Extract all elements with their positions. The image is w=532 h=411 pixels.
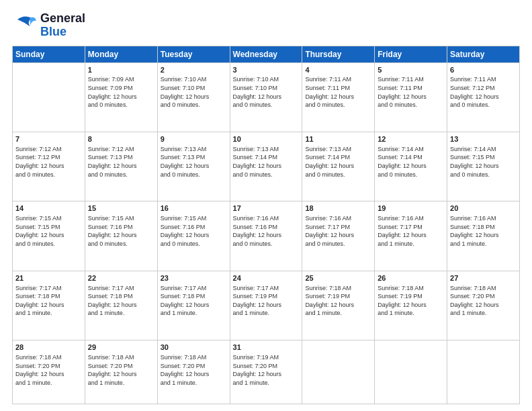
day-number: 24 [233,273,300,283]
day-info-text: Sunset: 7:20 PM [450,292,517,301]
day-cell: 20Sunrise: 7:16 AMSunset: 7:18 PMDayligh… [447,201,520,271]
day-cell: 7Sunrise: 7:12 AMSunset: 7:12 PMDaylight… [13,132,85,201]
day-info-text: Sunset: 7:10 PM [161,84,227,93]
day-info-text: Daylight: 12 hours [15,370,82,379]
day-info-text: and 0 minutes. [378,171,444,179]
logo: General Blue [12,12,85,39]
day-info-text: and 1 minute. [305,309,371,318]
day-cell: 18Sunrise: 7:16 AMSunset: 7:17 PMDayligh… [302,201,375,271]
day-info-text: Sunrise: 7:18 AM [305,284,371,293]
day-info-text: and 0 minutes. [305,171,371,179]
day-info-text: Sunset: 7:11 PM [305,84,371,93]
day-number: 8 [88,134,154,144]
day-info-text: Sunrise: 7:14 AM [378,145,444,154]
week-row-3: 21Sunrise: 7:17 AMSunset: 7:18 PMDayligh… [13,271,520,340]
day-cell: 5Sunrise: 7:11 AMSunset: 7:11 PMDaylight… [375,62,447,132]
day-cell: 29Sunrise: 7:18 AMSunset: 7:20 PMDayligh… [85,340,157,404]
day-info-text: and 1 minute. [378,309,444,318]
day-number: 17 [233,203,300,214]
day-info-text: Sunrise: 7:17 AM [88,284,154,293]
day-info-text: Daylight: 12 hours [15,231,82,240]
day-info-text: Daylight: 12 hours [88,301,154,310]
day-cell: 17Sunrise: 7:16 AMSunset: 7:16 PMDayligh… [230,201,302,271]
day-info-text: Sunrise: 7:15 AM [88,214,154,223]
day-info-text: and 1 minute. [161,309,227,318]
day-info-text: and 0 minutes. [161,171,227,179]
day-cell [13,62,85,132]
day-cell: 3Sunrise: 7:10 AMSunset: 7:10 PMDaylight… [230,62,302,132]
day-cell: 25Sunrise: 7:18 AMSunset: 7:19 PMDayligh… [302,271,375,340]
day-info-text: Sunrise: 7:12 AM [15,145,82,154]
day-cell [447,340,520,404]
day-info-text: Sunrise: 7:11 AM [378,75,444,84]
day-number: 25 [305,273,371,283]
day-info-text: Sunset: 7:16 PM [161,223,227,232]
col-header-friday: Friday [375,46,447,62]
day-info-text: Sunrise: 7:10 AM [161,75,227,84]
day-number: 21 [15,273,82,283]
day-number: 18 [305,203,371,214]
day-info-text: Sunset: 7:17 PM [378,223,444,232]
day-info-text: Sunset: 7:12 PM [15,153,82,162]
day-cell: 12Sunrise: 7:14 AMSunset: 7:14 PMDayligh… [375,132,447,201]
calendar: SundayMondayTuesdayWednesdayThursdayFrid… [12,46,520,404]
day-info-text: Sunrise: 7:15 AM [15,214,82,223]
day-number: 7 [15,134,82,144]
day-info-text: and 0 minutes. [450,171,517,179]
day-info-text: Sunrise: 7:13 AM [233,145,300,154]
day-info-text: Sunset: 7:18 PM [88,292,154,301]
day-number: 30 [161,342,227,353]
day-info-text: Daylight: 12 hours [450,231,517,240]
logo-icon [12,13,38,38]
day-info-text: Sunset: 7:17 PM [305,223,371,232]
header: General Blue [12,12,520,39]
day-cell: 30Sunrise: 7:18 AMSunset: 7:20 PMDayligh… [157,340,230,404]
day-cell: 22Sunrise: 7:17 AMSunset: 7:18 PMDayligh… [85,271,157,340]
day-info-text: and 0 minutes. [15,240,82,248]
day-info-text: Sunset: 7:16 PM [233,223,300,232]
day-info-text: and 1 minute. [15,379,82,387]
logo-text-block: General Blue [40,12,85,39]
day-info-text: Sunset: 7:14 PM [305,153,371,162]
day-cell: 8Sunrise: 7:12 AMSunset: 7:13 PMDaylight… [85,132,157,201]
day-number: 6 [450,65,517,75]
day-info-text: Sunset: 7:20 PM [15,362,82,371]
day-info-text: and 0 minutes. [305,240,371,248]
day-info-text: Sunrise: 7:18 AM [450,284,517,293]
day-info-text: Sunset: 7:18 PM [161,292,227,301]
day-cell: 13Sunrise: 7:14 AMSunset: 7:15 PMDayligh… [447,132,520,201]
day-number: 13 [450,134,517,144]
day-info-text: and 0 minutes. [233,171,300,179]
day-info-text: Sunrise: 7:10 AM [233,75,300,84]
day-info-text: Sunset: 7:18 PM [15,292,82,301]
col-header-thursday: Thursday [302,46,375,62]
day-cell: 21Sunrise: 7:17 AMSunset: 7:18 PMDayligh… [13,271,85,340]
day-info-text: Sunrise: 7:13 AM [305,145,371,154]
day-info-text: Daylight: 12 hours [233,231,300,240]
day-cell: 1Sunrise: 7:09 AMSunset: 7:09 PMDaylight… [85,62,157,132]
week-row-4: 28Sunrise: 7:18 AMSunset: 7:20 PMDayligh… [13,340,520,404]
day-number: 5 [378,65,444,75]
day-info-text: Sunrise: 7:09 AM [88,75,154,84]
day-info-text: Daylight: 12 hours [15,301,82,310]
day-info-text: Daylight: 12 hours [378,93,444,101]
day-number: 9 [161,134,227,144]
col-header-wednesday: Wednesday [230,46,302,62]
page: General Blue SundayMondayTuesdayWednesda… [0,0,532,411]
day-cell: 4Sunrise: 7:11 AMSunset: 7:11 PMDaylight… [302,62,375,132]
day-cell [375,340,447,404]
day-info-text: Sunset: 7:10 PM [233,84,300,93]
day-info-text: Sunset: 7:19 PM [305,292,371,301]
day-info-text: Daylight: 12 hours [450,301,517,310]
day-info-text: and 0 minutes. [88,101,154,109]
day-info-text: Daylight: 12 hours [305,93,371,101]
day-info-text: and 0 minutes. [161,101,227,109]
col-header-monday: Monday [85,46,157,62]
day-info-text: Daylight: 12 hours [161,301,227,310]
day-cell: 14Sunrise: 7:15 AMSunset: 7:15 PMDayligh… [13,201,85,271]
day-cell: 9Sunrise: 7:13 AMSunset: 7:13 PMDaylight… [157,132,230,201]
day-info-text: and 1 minute. [233,309,300,318]
day-info-text: Sunset: 7:19 PM [233,292,300,301]
day-cell: 27Sunrise: 7:18 AMSunset: 7:20 PMDayligh… [447,271,520,340]
day-info-text: and 1 minute. [450,240,517,248]
